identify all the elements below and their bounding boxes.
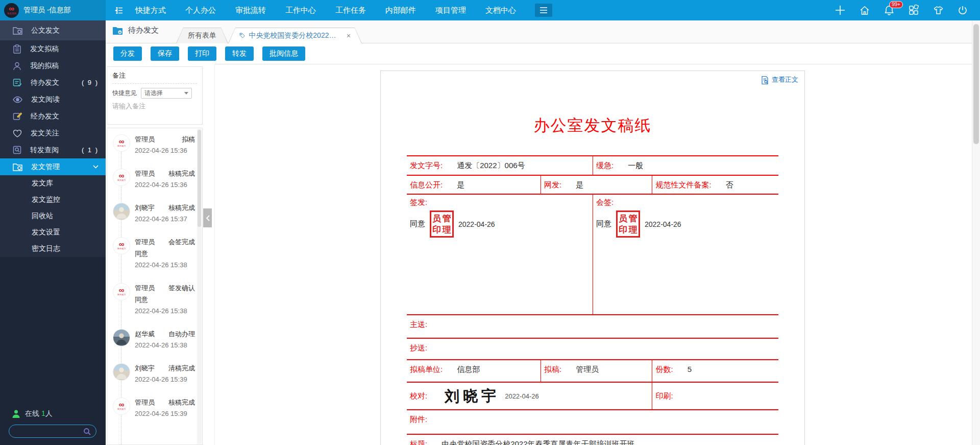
sidebar-subitem-secret-log[interactable]: 密文日志 <box>0 241 106 257</box>
forward-button[interactable]: 转发 <box>225 46 254 61</box>
caret-down-icon <box>184 92 188 95</box>
sidebar: 公文发文 发文拟稿 我的拟稿 待办发文 ( 9 ) 发文阅读 经办发文 发文关注… <box>0 20 106 445</box>
avatar <box>113 329 130 346</box>
home-icon[interactable] <box>859 4 871 16</box>
proof-signature: 刘晓宇 <box>445 388 500 404</box>
timeline-entry[interactable]: 刘晓宇核稿完成 2022-04-26 15:37 <box>113 203 195 223</box>
menu-item-approval-flow[interactable]: 审批流转 <box>226 6 276 15</box>
avatar: ∞华天动力 <box>113 397 130 415</box>
apps-grid-icon[interactable] <box>908 4 920 16</box>
close-icon[interactable]: × <box>347 32 351 40</box>
sidebar-item-label: 发文关注 <box>31 129 59 138</box>
timeline-entry[interactable]: ∞华天动力 管理员核稿完成 2022-04-26 15:39 <box>113 397 195 417</box>
sidebar-item-handled-docs[interactable]: 经办发文 <box>0 108 106 125</box>
print-button[interactable]: 打印 <box>188 46 216 61</box>
folder-icon <box>13 162 22 171</box>
sidebar-subitem-doc-settings[interactable]: 发文设置 <box>0 224 106 241</box>
menu-item-project-mgmt[interactable]: 项目管理 <box>426 6 476 15</box>
timeline-entry[interactable]: ∞华天动力 管理员拟稿 2022-04-26 15:36 <box>113 134 195 154</box>
remark-input[interactable] <box>112 102 197 120</box>
menu-item-internal-mail[interactable]: 内部邮件 <box>376 6 426 15</box>
menu-list-icon[interactable] <box>114 6 124 15</box>
distribute-button[interactable]: 分发 <box>113 46 142 61</box>
brand-name: 华天动力 <box>7 12 16 15</box>
user-area: ∞ 华天动力 管理员 -信息部 <box>0 0 106 20</box>
sidebar-subitem-recycle-bin[interactable]: 回收站 <box>0 208 106 224</box>
online-status: 在线 1人 <box>12 409 53 418</box>
sidebar-item-doc-reading[interactable]: 发文阅读 <box>0 91 106 108</box>
menu-item-doc-center[interactable]: 文档中心 <box>476 6 526 15</box>
timeline-name: 刘晓宇 <box>135 364 155 373</box>
drafter-label: 拟稿: <box>544 365 561 374</box>
copies-value: 5 <box>688 365 692 373</box>
avatar <box>113 203 130 220</box>
title-label: 标题: <box>410 439 427 445</box>
sidebar-item-pending-docs[interactable]: 待办发文 ( 9 ) <box>0 74 106 91</box>
scrollbar-thumb[interactable] <box>973 24 979 144</box>
attachment-label: 附件: <box>410 415 427 425</box>
panel-collapse-handle[interactable] <box>203 208 212 227</box>
sidebar-item-doc-management[interactable]: 发文管理 <box>0 158 106 175</box>
view-body-link[interactable]: 查看正文 <box>761 75 798 84</box>
search-icon[interactable] <box>83 428 91 435</box>
menu-item-personal-office[interactable]: 个人办公 <box>176 6 226 15</box>
timeline-entry[interactable]: ∞华天动力 管理员核稿完成 2022-04-26 15:36 <box>113 169 195 189</box>
sidebar-item-doc-follow[interactable]: 发文关注 <box>0 125 106 142</box>
timeline-entry[interactable]: ∞华天动力 管理员签发确认 同意 2022-04-26 15:38 <box>113 283 195 315</box>
copies-label: 份数: <box>655 365 673 374</box>
timeline-name: 管理员 <box>135 238 155 247</box>
sidebar-item-my-drafts[interactable]: 我的拟稿 <box>0 57 106 74</box>
quick-opinion-label: 快捷意见 <box>112 89 137 98</box>
view-doc-icon <box>761 76 769 84</box>
admin-seal-stamp: 员管印理 <box>430 210 454 238</box>
power-icon[interactable] <box>957 4 969 16</box>
person-photo-icon <box>113 330 130 346</box>
draft-unit-label: 拟稿单位: <box>410 365 443 374</box>
quick-opinion-select[interactable]: 请选择 <box>141 88 192 99</box>
sign-opinion: 同意 <box>410 219 425 229</box>
sidebar-item-forward-review[interactable]: 转发查阅 ( 1 ) <box>0 142 106 158</box>
add-icon[interactable] <box>834 4 846 16</box>
menu-item-work-tasks[interactable]: 工作任务 <box>326 6 376 15</box>
sidebar-item-official-doc[interactable]: 公文发文 <box>0 20 106 40</box>
online-label: 在线 <box>25 409 39 417</box>
avatar: ∞华天动力 <box>113 134 130 152</box>
sidebar-subitem-doc-library[interactable]: 发文库 <box>0 175 106 192</box>
title-value: 中央党校国资委分校2022年春季直属青年干部培训班开班 <box>442 439 634 445</box>
cc-label: 抄送: <box>410 343 427 353</box>
sidebar-search-input[interactable] <box>9 425 83 437</box>
menu-item-work-center[interactable]: 工作中心 <box>276 6 326 15</box>
left-panel: 备注 快捷意见 请选择 ∞华天动力 管理员拟稿 2022-04-26 15:36… <box>107 66 203 445</box>
timeline-name: 管理员 <box>135 169 155 178</box>
timeline-entry[interactable]: 刘晓宇清稿完成 2022-04-26 15:39 <box>113 363 195 383</box>
sidebar-subitem-doc-monitor[interactable]: 发文监控 <box>0 192 106 208</box>
menu-item-shortcuts[interactable]: 快捷方式 <box>126 6 176 15</box>
more-menu-button[interactable] <box>535 4 552 17</box>
tabs: 所有表单 中央党校国资委分校2022年春季直属... × <box>176 28 362 43</box>
scrollbar-thumb[interactable] <box>198 130 201 227</box>
clipboard-icon <box>13 44 21 54</box>
tab-active-document[interactable]: 中央党校国资委分校2022年春季直属... × <box>228 28 362 43</box>
top-menu: 快捷方式 个人办公 审批流转 工作中心 工作任务 内部邮件 项目管理 文档中心 <box>114 4 552 17</box>
notifications-bell-icon[interactable]: 99+ <box>883 4 895 16</box>
user-icon <box>13 61 21 71</box>
online-suffix: 人 <box>45 409 53 417</box>
doc-no-value: 通发〔2022〕006号 <box>457 161 525 171</box>
save-button[interactable]: 保存 <box>151 46 179 61</box>
sidebar-search-box <box>9 425 96 438</box>
timeline-scrollbar[interactable] <box>197 129 202 444</box>
tab-all-forms[interactable]: 所有表单 <box>176 28 228 43</box>
review-info-button[interactable]: 批阅信息 <box>262 46 305 61</box>
sidebar-item-label: 我的拟稿 <box>30 61 59 71</box>
main-scrollbar[interactable] <box>972 20 980 445</box>
chevron-left-icon <box>206 215 210 221</box>
timeline-entry[interactable]: ∞华天动力 管理员会签完成 同意 2022-04-26 15:38 <box>113 237 195 269</box>
todo-doc-icon <box>13 78 22 87</box>
tab-label: 所有表单 <box>188 31 216 40</box>
sidebar-footer: 在线 1人 <box>0 257 106 445</box>
sidebar-item-draft-doc[interactable]: 发文拟稿 <box>0 40 106 57</box>
timeline-datetime: 2022-04-26 15:38 <box>135 341 195 349</box>
timeline-entry[interactable]: 赵华威自动办理 2022-04-26 15:38 <box>113 329 195 349</box>
theme-shirt-icon[interactable] <box>932 4 944 16</box>
info-public-label: 信息公开: <box>410 180 443 190</box>
